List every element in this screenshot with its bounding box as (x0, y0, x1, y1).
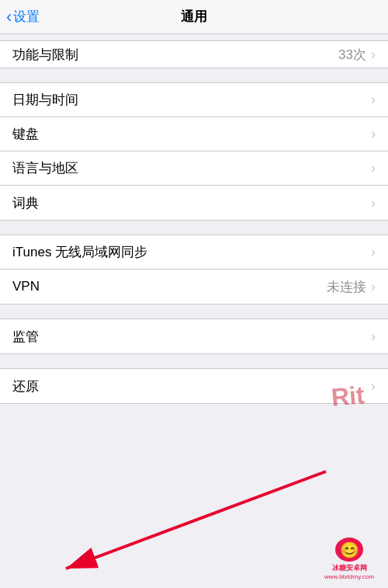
chevron-right-icon: › (371, 92, 376, 108)
keyboard-label: 键盘 (12, 125, 39, 143)
section-gap (0, 68, 388, 82)
itunes-label: iTunes 无线局域网同步 (12, 243, 147, 261)
list-item-dictionary[interactable]: 词典 › (0, 186, 388, 220)
language-label: 语言与地区 (12, 159, 78, 177)
section-2: iTunes 无线局域网同步 › VPN 未连接 › (0, 235, 388, 304)
vpn-right: 未连接 › (327, 278, 376, 296)
chevron-right-icon: › (371, 126, 376, 142)
watermark-icon: 😊 (335, 538, 363, 562)
chevron-right-icon: › (371, 329, 376, 345)
supervision-right: › (371, 329, 376, 345)
chevron-right-icon: › (371, 378, 376, 395)
chevron-right-icon: › (371, 279, 376, 295)
partial-item[interactable]: 功能与限制 33次 › (0, 40, 388, 68)
list-item-supervision[interactable]: 监管 › (0, 319, 388, 353)
itunes-right: › (371, 244, 376, 260)
partial-section: 功能与限制 33次 › (0, 40, 388, 68)
watermark-site: 冰糖安卓网 (332, 563, 367, 573)
section-3: 监管 › (0, 318, 388, 354)
list-item-itunes[interactable]: iTunes 无线局域网同步 › (0, 235, 388, 270)
dictionary-right: › (371, 195, 376, 211)
list-item-keyboard[interactable]: 键盘 › (0, 117, 388, 151)
list-item-language[interactable]: 语言与地区 › (0, 151, 388, 186)
date-time-label: 日期与时间 (12, 91, 78, 109)
date-time-right: › (371, 92, 376, 108)
section-gap-2 (0, 221, 388, 235)
back-button[interactable]: ‹ 设置 (6, 7, 40, 27)
chevron-right-icon: › (371, 195, 376, 211)
watermark: 😊 冰糖安卓网 www.btxtdmy.com (318, 538, 380, 580)
chevron-right-icon: › (371, 160, 376, 176)
keyboard-right: › (371, 126, 376, 142)
nav-bar: ‹ 设置 通用 (0, 0, 388, 34)
svg-line-1 (66, 471, 326, 569)
vpn-value: 未连接 (327, 278, 366, 296)
watermark-face: 😊 (340, 541, 359, 559)
section-gap-small (0, 34, 388, 40)
partial-item-label: 功能与限制 (12, 46, 78, 64)
section-1: 日期与时间 › 键盘 › 语言与地区 › 词典 › (0, 82, 388, 221)
reset-label: 还原 (12, 378, 39, 395)
language-right: › (371, 160, 376, 176)
dictionary-label: 词典 (12, 194, 39, 212)
list-item-vpn[interactable]: VPN 未连接 › (0, 270, 388, 304)
supervision-label: 监管 (12, 328, 39, 346)
partial-item-value: 33次 (338, 46, 366, 64)
partial-item-right: 33次 › (338, 46, 376, 64)
list-item-date-time[interactable]: 日期与时间 › (0, 83, 388, 117)
section-gap-3 (0, 304, 388, 318)
section-gap-4 (0, 354, 388, 368)
page-title: 通用 (181, 8, 207, 26)
reset-right: › (371, 378, 376, 395)
watermark-url: www.btxtdmy.com (324, 573, 374, 580)
chevron-right-icon: › (371, 47, 376, 63)
back-label: 设置 (13, 8, 40, 26)
rit-text: Rit (331, 381, 366, 412)
chevron-left-icon: ‹ (6, 7, 12, 27)
vpn-label: VPN (12, 279, 40, 294)
chevron-right-icon: › (371, 244, 376, 260)
